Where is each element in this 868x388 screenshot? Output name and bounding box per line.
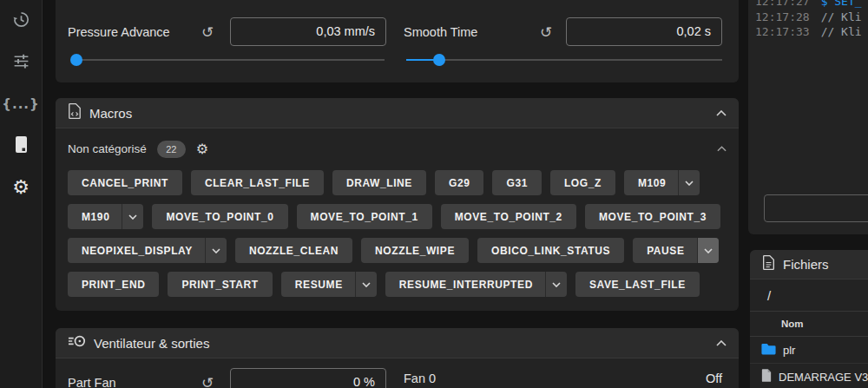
fans-panel-header[interactable]: Ventilateur & sorties xyxy=(56,328,739,358)
file-row-demarrage-v33[interactable]: DEMARRAGE V33 xyxy=(750,364,868,388)
macro-button-move_to_point_3[interactable]: MOVE_TO_POINT_3 xyxy=(585,204,720,229)
macro-button-label: SAVE_LAST_FILE xyxy=(589,279,686,291)
console-message: // Kli xyxy=(821,10,862,23)
files-breadcrumb[interactable]: / xyxy=(750,279,868,312)
pressure-advance-input[interactable]: 0,03 mm/s xyxy=(230,17,386,46)
macro-button-m190[interactable]: M190 xyxy=(68,204,143,229)
macro-button-label: CANCEL_PRINT xyxy=(82,177,168,189)
collapse-chevron-icon[interactable] xyxy=(716,110,727,116)
slider-thumb[interactable] xyxy=(70,54,82,66)
sidebar-item-machine[interactable] xyxy=(0,125,42,167)
macro-dropdown-chevron-icon[interactable] xyxy=(122,204,143,229)
macro-button-resume[interactable]: RESUME xyxy=(281,272,377,297)
console-message: $ SET_ xyxy=(821,0,862,8)
slider-thumb[interactable] xyxy=(433,54,445,66)
console-panel: 12:17:27$ SET_12:17:28// Kli12:17:33// K… xyxy=(748,0,868,234)
macro-button-move_to_point_1[interactable]: MOVE_TO_POINT_1 xyxy=(297,204,432,229)
macro-dropdown-chevron-icon[interactable] xyxy=(697,238,719,263)
machine-icon xyxy=(15,135,28,157)
part-fan-input[interactable]: 0 % xyxy=(230,368,386,388)
files-panel-header[interactable]: Fichiers xyxy=(750,250,868,279)
macro-count-badge: 22 xyxy=(157,141,186,158)
file-row-plr[interactable]: plr xyxy=(750,337,868,364)
file-code-icon xyxy=(68,102,82,123)
macro-group-label: Non catégorisé xyxy=(68,142,147,155)
macro-button-label: M190 xyxy=(82,211,109,223)
macro-button-move_to_point_0[interactable]: MOVE_TO_POINT_0 xyxy=(152,204,287,229)
group-collapse-chevron-icon[interactable] xyxy=(717,146,727,152)
fans-panel-title: Ventilateur & sorties xyxy=(94,336,209,351)
pressure-advance-slider[interactable] xyxy=(72,54,385,66)
console-message: // Kli xyxy=(821,25,862,38)
macro-button-label: RESUME xyxy=(295,279,343,291)
macro-button-nozzle_wipe[interactable]: NOZZLE_WIPE xyxy=(361,238,469,263)
macro-button-label: G31 xyxy=(506,177,527,189)
macro-button-label: PAUSE xyxy=(647,245,684,257)
macro-dropdown-chevron-icon[interactable] xyxy=(678,170,700,195)
console-line: 12:17:27$ SET_ xyxy=(755,0,868,10)
macro-button-label: LOG_Z xyxy=(564,177,602,189)
collapse-chevron-icon[interactable] xyxy=(716,340,727,346)
console-input[interactable] xyxy=(764,194,868,222)
macro-button-neopixel_display[interactable]: NEOPIXEL_DISPLAY xyxy=(68,238,227,263)
macro-dropdown-chevron-icon[interactable] xyxy=(545,272,567,297)
macro-button-label: PRINT_END xyxy=(82,279,145,291)
macro-button-g31[interactable]: G31 xyxy=(492,170,541,195)
console-line: 12:17:33// Kli xyxy=(755,24,868,40)
file-name: DEMARRAGE V33 xyxy=(779,371,868,384)
sidebar-item-history[interactable] xyxy=(0,0,42,42)
sidebar-item-tune[interactable] xyxy=(0,42,42,83)
slider-track xyxy=(72,59,385,61)
macro-button-draw_line[interactable]: DRAW_LINE xyxy=(332,170,426,195)
macro-button-print_start[interactable]: PRINT_START xyxy=(168,272,272,297)
sidebar: {...} ⚙ xyxy=(0,0,43,388)
file-name: plr xyxy=(783,344,795,357)
history-icon xyxy=(11,10,31,33)
macro-button-m109[interactable]: M109 xyxy=(624,170,700,195)
macro-button-pause[interactable]: PAUSE xyxy=(633,238,718,263)
macro-buttons-area: CANCEL_PRINTCLEAR_LAST_FILEDRAW_LINEG29G… xyxy=(68,170,727,306)
macro-button-cancel_print[interactable]: CANCEL_PRINT xyxy=(68,170,182,195)
macro-button-label: NOZZLE_WIPE xyxy=(375,245,455,257)
console-log: 12:17:27$ SET_12:17:28// Kli12:17:33// K… xyxy=(755,0,868,40)
macros-panel-header[interactable]: Macros xyxy=(56,98,739,128)
macro-button-label: MOVE_TO_POINT_0 xyxy=(166,211,273,223)
files-name-column-header[interactable]: Nom xyxy=(750,312,868,337)
macro-button-log_z[interactable]: LOG_Z xyxy=(550,170,615,195)
smooth-time-reset-icon[interactable]: ↺ xyxy=(540,25,552,40)
sidebar-item-settings[interactable]: ⚙ xyxy=(0,167,42,208)
pressure-advance-reset-icon[interactable]: ↺ xyxy=(201,25,214,40)
part-fan-reset-icon[interactable]: ↺ xyxy=(201,376,214,388)
macro-dropdown-chevron-icon[interactable] xyxy=(205,238,227,263)
macro-row: PRINT_ENDPRINT_STARTRESUMERESUME_INTERRU… xyxy=(68,272,727,297)
macro-settings-gear-icon[interactable]: ⚙ xyxy=(196,142,208,156)
part-fan-label: Part Fan xyxy=(68,376,116,388)
console-timestamp: 12:17:27 xyxy=(755,0,810,8)
macro-button-nozzle_clean[interactable]: NOZZLE_CLEAN xyxy=(235,238,352,263)
macro-button-label: NOZZLE_CLEAN xyxy=(249,245,339,257)
fan0-state-value: Off xyxy=(706,372,722,385)
macro-button-save_last_file[interactable]: SAVE_LAST_FILE xyxy=(575,272,700,297)
macro-button-label: MOVE_TO_POINT_1 xyxy=(311,211,418,223)
macro-button-obico_link_status[interactable]: OBICO_LINK_STATUS xyxy=(477,238,624,263)
macro-button-print_end[interactable]: PRINT_END xyxy=(68,272,159,297)
settings-gear-icon: ⚙ xyxy=(12,178,30,197)
fans-outputs-panel: Ventilateur & sorties Part Fan ↺ 0 % Fan… xyxy=(56,328,739,388)
files-list: plrDEMARRAGE V33 xyxy=(750,337,868,388)
macro-button-resume_interrupted[interactable]: RESUME_INTERRUPTED xyxy=(385,272,567,297)
console-timestamp: 12:17:28 xyxy=(755,10,810,23)
macro-dropdown-chevron-icon[interactable] xyxy=(355,272,377,297)
macro-row: CANCEL_PRINTCLEAR_LAST_FILEDRAW_LINEG29G… xyxy=(68,170,727,195)
macro-button-move_to_point_2[interactable]: MOVE_TO_POINT_2 xyxy=(441,204,576,229)
macro-group-row: Non catégorisé 22 ⚙ xyxy=(68,135,727,163)
macro-button-g29[interactable]: G29 xyxy=(435,170,483,195)
smooth-time-input[interactable]: 0,02 s xyxy=(566,17,722,46)
macros-panel: Macros Non catégorisé 22 ⚙ CANCEL_PRINTC… xyxy=(56,98,739,311)
sidebar-item-macros[interactable]: {...} xyxy=(0,83,42,125)
smooth-time-slider[interactable] xyxy=(406,54,722,66)
macro-button-label: NEOPIXEL_DISPLAY xyxy=(82,245,193,257)
macro-button-clear_last_file[interactable]: CLEAR_LAST_FILE xyxy=(191,170,324,195)
fan0-label: Fan 0 xyxy=(404,372,436,385)
tune-icon xyxy=(12,52,30,74)
slider-track xyxy=(406,59,722,61)
